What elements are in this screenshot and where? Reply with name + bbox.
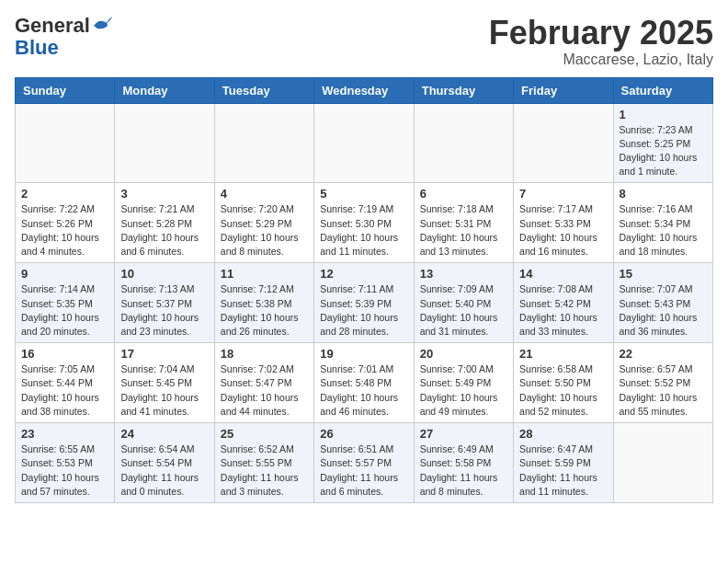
day-number: 10 xyxy=(120,267,208,281)
logo-general: General xyxy=(15,15,90,37)
calendar-cell: 8Sunrise: 7:16 AM Sunset: 5:34 PM Daylig… xyxy=(613,183,712,263)
calendar-cell: 14Sunrise: 7:08 AM Sunset: 5:42 PM Dayli… xyxy=(514,263,613,343)
day-info: Sunrise: 7:11 AM Sunset: 5:39 PM Dayligh… xyxy=(320,282,407,339)
weekday-header-sunday: Sunday xyxy=(16,77,115,103)
day-info: Sunrise: 6:57 AM Sunset: 5:52 PM Dayligh… xyxy=(620,362,707,419)
day-info: Sunrise: 6:49 AM Sunset: 5:58 PM Dayligh… xyxy=(420,442,507,499)
day-number: 14 xyxy=(519,267,607,281)
title-block: February 2025 Maccarese, Lazio, Italy xyxy=(489,15,713,68)
day-number: 7 xyxy=(519,187,607,201)
calendar-cell xyxy=(16,103,115,183)
day-info: Sunrise: 7:08 AM Sunset: 5:42 PM Dayligh… xyxy=(519,282,607,339)
day-info: Sunrise: 7:13 AM Sunset: 5:37 PM Dayligh… xyxy=(120,282,208,339)
day-info: Sunrise: 7:20 AM Sunset: 5:29 PM Dayligh… xyxy=(221,202,308,259)
day-info: Sunrise: 7:17 AM Sunset: 5:33 PM Dayligh… xyxy=(519,202,607,259)
day-info: Sunrise: 7:18 AM Sunset: 5:31 PM Dayligh… xyxy=(420,202,507,259)
calendar-week-row: 9Sunrise: 7:14 AM Sunset: 5:35 PM Daylig… xyxy=(16,263,713,343)
calendar-cell xyxy=(214,103,313,183)
calendar-cell xyxy=(414,103,513,183)
calendar-week-row: 2Sunrise: 7:22 AM Sunset: 5:26 PM Daylig… xyxy=(16,183,713,263)
calendar-cell: 1Sunrise: 7:23 AM Sunset: 5:25 PM Daylig… xyxy=(613,103,712,183)
calendar-cell: 4Sunrise: 7:20 AM Sunset: 5:29 PM Daylig… xyxy=(214,183,313,263)
day-number: 9 xyxy=(21,267,108,281)
day-number: 26 xyxy=(320,427,407,441)
calendar-cell xyxy=(115,103,214,183)
weekday-header-tuesday: Tuesday xyxy=(214,77,313,103)
calendar-cell xyxy=(613,423,712,503)
day-info: Sunrise: 7:02 AM Sunset: 5:47 PM Dayligh… xyxy=(221,362,308,419)
calendar-cell: 3Sunrise: 7:21 AM Sunset: 5:28 PM Daylig… xyxy=(115,183,214,263)
calendar-cell: 10Sunrise: 7:13 AM Sunset: 5:37 PM Dayli… xyxy=(115,263,214,343)
calendar-cell: 23Sunrise: 6:55 AM Sunset: 5:53 PM Dayli… xyxy=(16,423,115,503)
calendar-cell: 25Sunrise: 6:52 AM Sunset: 5:55 PM Dayli… xyxy=(214,423,313,503)
day-info: Sunrise: 7:04 AM Sunset: 5:45 PM Dayligh… xyxy=(120,362,208,419)
day-number: 18 xyxy=(221,347,308,361)
day-number: 3 xyxy=(120,187,208,201)
day-number: 23 xyxy=(21,427,108,441)
weekday-header-monday: Monday xyxy=(115,77,214,103)
day-info: Sunrise: 7:16 AM Sunset: 5:34 PM Dayligh… xyxy=(620,202,707,259)
day-info: Sunrise: 7:14 AM Sunset: 5:35 PM Dayligh… xyxy=(21,282,108,339)
calendar-cell: 21Sunrise: 6:58 AM Sunset: 5:50 PM Dayli… xyxy=(514,343,613,423)
location-title: Maccarese, Lazio, Italy xyxy=(489,52,713,68)
day-info: Sunrise: 6:55 AM Sunset: 5:53 PM Dayligh… xyxy=(21,442,108,499)
day-info: Sunrise: 7:12 AM Sunset: 5:38 PM Dayligh… xyxy=(221,282,308,339)
weekday-header-saturday: Saturday xyxy=(613,77,712,103)
calendar-cell: 28Sunrise: 6:47 AM Sunset: 5:59 PM Dayli… xyxy=(514,423,613,503)
calendar-cell: 6Sunrise: 7:18 AM Sunset: 5:31 PM Daylig… xyxy=(414,183,513,263)
day-number: 12 xyxy=(320,267,407,281)
day-number: 28 xyxy=(519,427,607,441)
calendar-table: SundayMondayTuesdayWednesdayThursdayFrid… xyxy=(15,77,713,503)
logo-blue: Blue xyxy=(15,37,59,59)
day-info: Sunrise: 7:09 AM Sunset: 5:40 PM Dayligh… xyxy=(420,282,507,339)
calendar-cell: 26Sunrise: 6:51 AM Sunset: 5:57 PM Dayli… xyxy=(314,423,414,503)
calendar-cell: 12Sunrise: 7:11 AM Sunset: 5:39 PM Dayli… xyxy=(314,263,414,343)
logo: General Blue xyxy=(15,15,112,59)
day-number: 11 xyxy=(221,267,308,281)
calendar-cell: 16Sunrise: 7:05 AM Sunset: 5:44 PM Dayli… xyxy=(16,343,115,423)
calendar-cell: 5Sunrise: 7:19 AM Sunset: 5:30 PM Daylig… xyxy=(314,183,414,263)
day-number: 19 xyxy=(320,347,407,361)
calendar-cell: 27Sunrise: 6:49 AM Sunset: 5:58 PM Dayli… xyxy=(414,423,513,503)
weekday-header-thursday: Thursday xyxy=(414,77,513,103)
month-title: February 2025 xyxy=(489,15,713,52)
day-info: Sunrise: 7:22 AM Sunset: 5:26 PM Dayligh… xyxy=(21,202,108,259)
calendar-header-row: SundayMondayTuesdayWednesdayThursdayFrid… xyxy=(16,77,713,103)
calendar-cell: 13Sunrise: 7:09 AM Sunset: 5:40 PM Dayli… xyxy=(414,263,513,343)
calendar-cell: 19Sunrise: 7:01 AM Sunset: 5:48 PM Dayli… xyxy=(314,343,414,423)
day-number: 24 xyxy=(120,427,208,441)
calendar-cell: 7Sunrise: 7:17 AM Sunset: 5:33 PM Daylig… xyxy=(514,183,613,263)
day-number: 15 xyxy=(620,267,707,281)
day-number: 13 xyxy=(420,267,507,281)
calendar-cell: 11Sunrise: 7:12 AM Sunset: 5:38 PM Dayli… xyxy=(214,263,313,343)
calendar-week-row: 23Sunrise: 6:55 AM Sunset: 5:53 PM Dayli… xyxy=(16,423,713,503)
calendar-cell xyxy=(314,103,414,183)
day-info: Sunrise: 7:00 AM Sunset: 5:49 PM Dayligh… xyxy=(420,362,507,419)
day-number: 22 xyxy=(620,347,707,361)
day-number: 1 xyxy=(620,108,707,121)
day-info: Sunrise: 7:21 AM Sunset: 5:28 PM Dayligh… xyxy=(120,202,208,259)
day-info: Sunrise: 6:54 AM Sunset: 5:54 PM Dayligh… xyxy=(120,442,208,499)
day-number: 4 xyxy=(221,187,308,201)
day-number: 17 xyxy=(120,347,208,361)
calendar-week-row: 16Sunrise: 7:05 AM Sunset: 5:44 PM Dayli… xyxy=(16,343,713,423)
day-number: 16 xyxy=(21,347,108,361)
day-info: Sunrise: 7:07 AM Sunset: 5:43 PM Dayligh… xyxy=(620,282,707,339)
day-info: Sunrise: 7:23 AM Sunset: 5:25 PM Dayligh… xyxy=(620,123,707,179)
day-number: 8 xyxy=(620,187,707,201)
calendar-cell xyxy=(514,103,613,183)
day-info: Sunrise: 6:51 AM Sunset: 5:57 PM Dayligh… xyxy=(320,442,407,499)
calendar-cell: 15Sunrise: 7:07 AM Sunset: 5:43 PM Dayli… xyxy=(613,263,712,343)
logo-bird-icon xyxy=(92,17,112,33)
day-number: 27 xyxy=(420,427,507,441)
calendar-cell: 17Sunrise: 7:04 AM Sunset: 5:45 PM Dayli… xyxy=(115,343,214,423)
weekday-header-wednesday: Wednesday xyxy=(314,77,414,103)
day-info: Sunrise: 7:19 AM Sunset: 5:30 PM Dayligh… xyxy=(320,202,407,259)
day-number: 6 xyxy=(420,187,507,201)
day-info: Sunrise: 7:05 AM Sunset: 5:44 PM Dayligh… xyxy=(21,362,108,419)
weekday-header-friday: Friday xyxy=(514,77,613,103)
day-info: Sunrise: 7:01 AM Sunset: 5:48 PM Dayligh… xyxy=(320,362,407,419)
calendar-cell: 22Sunrise: 6:57 AM Sunset: 5:52 PM Dayli… xyxy=(613,343,712,423)
calendar-cell: 2Sunrise: 7:22 AM Sunset: 5:26 PM Daylig… xyxy=(16,183,115,263)
day-info: Sunrise: 6:52 AM Sunset: 5:55 PM Dayligh… xyxy=(221,442,308,499)
